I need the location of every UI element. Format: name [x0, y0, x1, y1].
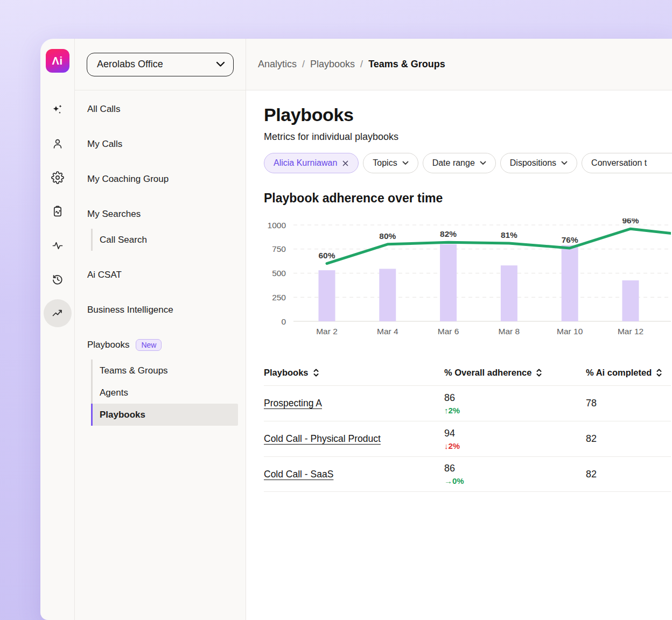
rail-item-playbooks[interactable]	[44, 198, 72, 226]
breadcrumb-analytics[interactable]: Analytics	[258, 59, 297, 70]
new-badge: New	[136, 339, 162, 351]
trending-up-icon	[51, 307, 64, 320]
rail-items	[44, 96, 72, 333]
playbook-link[interactable]: Prospecting A	[264, 398, 322, 408]
svg-text:Mar 8: Mar 8	[499, 327, 520, 336]
history-icon	[51, 273, 64, 286]
adherence-chart: 02505007501000Mar 2Mar 4Mar 6Mar 8Mar 10…	[264, 219, 671, 347]
filter-chip-label: Dispositions	[510, 158, 556, 168]
playbook-link[interactable]: Cold Call - SaaS	[264, 469, 333, 480]
sidebar-nav: All Calls My Calls My Coaching Group My …	[75, 90, 246, 441]
column-header-playbooks: Playbooks	[264, 368, 444, 378]
person-icon	[51, 137, 64, 150]
filter-chip-conversation-type[interactable]: Conversation t	[582, 153, 672, 173]
my-searches-subgroup: Call Search	[91, 229, 238, 251]
ai-completed-value: 82	[586, 433, 597, 444]
icon-rail: Λi	[40, 39, 75, 620]
breadcrumb-playbooks[interactable]: Playbooks	[310, 59, 355, 70]
workspace-selector[interactable]: Aerolabs Office	[87, 53, 234, 76]
table-header-row: Playbooks % Overall adherence % Ai compl…	[264, 360, 671, 385]
ai-completed-value: 78	[586, 398, 597, 408]
sidebar-item-my-calls[interactable]: My Calls	[87, 133, 246, 156]
sidebar-item-label: Agents	[100, 388, 128, 398]
rail-item-analytics[interactable]	[44, 299, 72, 327]
table-row: Prospecting A 86 ↑2% 78	[264, 385, 671, 421]
sidebar-item-label: My Calls	[87, 139, 122, 150]
sidebar-item-playbooks[interactable]: Playbooks New	[87, 334, 246, 356]
filter-chip-dispositions[interactable]: Dispositions	[500, 153, 577, 173]
playbooks-table: Playbooks % Overall adherence % Ai compl…	[264, 360, 671, 492]
table-row: Cold Call - Physical Product 94 ↓2% 82	[264, 421, 671, 456]
svg-text:250: 250	[272, 293, 286, 302]
sparkles-icon	[51, 103, 64, 116]
rail-item-settings[interactable]	[44, 164, 72, 192]
overall-adherence-value: 86	[444, 392, 455, 403]
activity-icon	[51, 239, 64, 252]
sidebar-item-all-calls[interactable]: All Calls	[87, 98, 246, 121]
sidebar-item-ai-csat[interactable]: Ai CSAT	[87, 264, 246, 286]
chart-title: Playbook adherence over time	[264, 191, 672, 206]
filter-chip-topics[interactable]: Topics	[363, 153, 418, 173]
sidebar-item-my-coaching-group[interactable]: My Coaching Group	[87, 168, 246, 191]
column-header-ai-completed: % Ai completed	[586, 368, 671, 378]
rail-item-profile[interactable]	[44, 130, 72, 158]
trend-indicator: ↓2%	[444, 441, 586, 450]
svg-text:80%: 80%	[379, 231, 396, 241]
sidebar-item-playbooks-report[interactable]: Playbooks	[91, 404, 238, 426]
close-icon[interactable]	[342, 160, 349, 167]
ai-completed-value: 82	[586, 469, 597, 480]
svg-text:Mar 2: Mar 2	[316, 327, 338, 336]
sidebar-item-agents[interactable]: Agents	[93, 382, 238, 404]
rail-item-history[interactable]	[44, 265, 72, 293]
playbooks-subgroup: Teams & Groups Agents Playbooks	[91, 360, 238, 426]
sidebar-item-label: Call Search	[100, 235, 147, 245]
svg-text:96%: 96%	[622, 219, 639, 225]
main-panel: Analytics / Playbooks / Teams & Groups P…	[246, 39, 672, 620]
filter-bar: Alicia Kurniawan Topics Date range	[264, 153, 672, 173]
filter-chip-alicia-kurniawan[interactable]: Alicia Kurniawan	[264, 153, 359, 173]
svg-text:76%: 76%	[562, 235, 578, 244]
rail-item-activity[interactable]	[44, 231, 72, 259]
sidebar-item-label: Business Intelligence	[87, 305, 173, 315]
sort-icon[interactable]	[655, 368, 663, 377]
sidebar-item-label: Playbooks	[100, 410, 145, 420]
breadcrumb-separator: /	[360, 59, 363, 70]
filter-chip-date-range[interactable]: Date range	[423, 153, 496, 173]
page-subtitle: Metrics for individual playbooks	[264, 131, 672, 143]
sort-icon[interactable]	[535, 368, 543, 377]
sidebar-item-my-searches[interactable]: My Searches	[87, 203, 246, 226]
app-logo[interactable]: Λi	[46, 49, 69, 73]
svg-text:60%: 60%	[318, 251, 335, 260]
sidebar-header: Aerolabs Office	[75, 39, 246, 90]
trend-indicator: →0%	[444, 476, 586, 485]
svg-text:Mar 6: Mar 6	[438, 327, 459, 336]
playbook-link[interactable]: Cold Call - Physical Product	[264, 433, 381, 444]
sidebar-item-label: My Searches	[87, 209, 141, 220]
table-row: Cold Call - SaaS 86 →0% 82	[264, 456, 671, 492]
svg-text:Mar 10: Mar 10	[557, 327, 583, 336]
svg-text:500: 500	[272, 269, 286, 278]
sidebar-item-call-search[interactable]: Call Search	[93, 229, 238, 251]
overall-adherence-value: 86	[444, 463, 455, 474]
svg-text:82%: 82%	[440, 229, 457, 238]
sidebar: Aerolabs Office All Calls My Calls My Co…	[75, 39, 246, 620]
chevron-down-icon	[402, 161, 409, 165]
sidebar-item-label: Playbooks	[87, 340, 129, 350]
filter-chip-label: Date range	[432, 158, 475, 168]
page-title: Playbooks	[264, 104, 672, 125]
chevron-down-icon	[216, 61, 225, 67]
gear-icon	[51, 171, 64, 184]
column-header-overall-adherence: % Overall adherence	[444, 368, 586, 378]
sidebar-item-business-intelligence[interactable]: Business Intelligence	[87, 299, 246, 321]
trend-indicator: ↑2%	[444, 406, 586, 415]
breadcrumb-separator: /	[302, 59, 305, 70]
sort-icon[interactable]	[312, 368, 320, 377]
svg-text:Mar 12: Mar 12	[618, 327, 643, 336]
rail-item-assistant[interactable]	[44, 96, 72, 124]
sidebar-item-label: Teams & Groups	[100, 365, 168, 376]
svg-text:0: 0	[281, 317, 286, 326]
sidebar-item-teams-groups[interactable]: Teams & Groups	[93, 360, 238, 382]
overall-adherence-value: 94	[444, 428, 455, 439]
svg-text:750: 750	[272, 244, 286, 253]
filter-chip-label: Alicia Kurniawan	[274, 158, 337, 168]
